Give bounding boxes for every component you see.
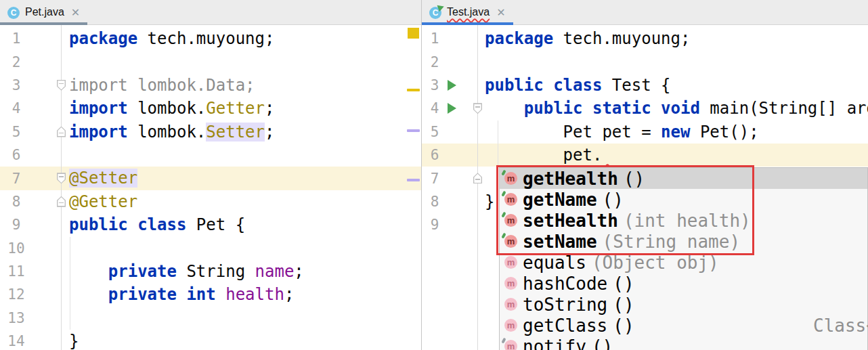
return-type: Class< <box>813 315 868 336</box>
code-line[interactable]: 5 Pet pet = new Pet(); <box>422 121 868 144</box>
line-number: 8 <box>0 194 32 210</box>
code-token: tech.muyoung; <box>553 29 690 48</box>
code-line[interactable]: 6 <box>0 144 421 167</box>
code-text: private String name; <box>69 260 304 283</box>
gutter-separator <box>61 25 62 350</box>
code-token: lombok. <box>128 123 207 141</box>
code-token: import <box>69 99 128 118</box>
code-editor-pet[interactable]: 1package tech.muyoung;23import lombok.Da… <box>0 25 421 350</box>
analysis-marker[interactable] <box>407 179 420 181</box>
fold-icon[interactable] <box>473 103 482 114</box>
code-token: package <box>485 29 553 48</box>
active-tab-underline <box>422 22 513 25</box>
code-token: tech.muyoung; <box>137 29 274 48</box>
tabbar-left: C Pet.java ✕ <box>0 0 421 25</box>
code-token: Pet(); <box>690 123 758 141</box>
code-line[interactable]: 9public class Pet { <box>0 213 421 236</box>
code-token: name <box>255 262 295 281</box>
close-icon[interactable]: ✕ <box>71 6 80 19</box>
code-token: @Setter <box>69 169 137 188</box>
fold-icon[interactable] <box>57 127 66 137</box>
code-line[interactable]: 13 <box>0 307 421 330</box>
fold-icon[interactable] <box>57 80 66 91</box>
code-token <box>69 285 108 304</box>
code-token: health <box>225 285 284 304</box>
run-icon[interactable] <box>448 103 456 114</box>
completion-item[interactable]: mgetClass()Class< <box>500 315 867 336</box>
method-params: () <box>592 336 613 350</box>
method-params: () <box>613 274 634 294</box>
method-params: () <box>613 294 634 315</box>
method-icon: m <box>504 256 517 269</box>
code-text: pet._ <box>485 144 612 167</box>
code-token: import <box>69 123 128 141</box>
analysis-marker[interactable] <box>407 129 420 132</box>
tab-test-java[interactable]: C Test.java ✕ <box>422 0 513 25</box>
completion-item[interactable]: mnotify() <box>500 336 867 350</box>
inspection-warning-square[interactable] <box>408 28 419 39</box>
code-token: Pet pet = <box>485 123 661 141</box>
fold-icon[interactable] <box>473 173 482 183</box>
code-line[interactable]: 12 private int health; <box>0 283 421 306</box>
code-token: ; <box>265 123 274 141</box>
line-number: 4 <box>0 100 32 116</box>
method-name: equals <box>523 253 586 273</box>
code-token: package <box>69 29 137 48</box>
close-icon[interactable]: ✕ <box>496 6 505 19</box>
method-params: (Object obj) <box>592 253 719 273</box>
code-line[interactable]: 4import lombok.Getter; <box>0 97 421 120</box>
code-text: } <box>485 190 494 213</box>
tab-label: Test.java <box>447 6 490 20</box>
code-line[interactable]: 7@Setter <box>0 167 421 190</box>
code-line[interactable]: 3public class Test { <box>422 74 868 97</box>
code-line[interactable]: 1package tech.muyoung; <box>0 27 421 50</box>
code-text: import lombok.Getter; <box>69 97 274 120</box>
code-token: public class <box>69 215 186 234</box>
code-line[interactable]: 4 public static void main(String[] args)… <box>422 97 868 120</box>
line-number: 10 <box>0 240 32 257</box>
method-name: toString <box>523 294 607 315</box>
code-line[interactable]: 10 <box>0 237 421 260</box>
code-token: public static void <box>524 99 700 118</box>
code-line[interactable]: 3import lombok.Data; <box>0 74 421 97</box>
line-number: 3 <box>0 77 32 93</box>
gutter-separator <box>477 25 478 350</box>
fold-icon[interactable] <box>57 196 66 207</box>
completion-item[interactable]: mhashCode() <box>500 273 867 294</box>
code-token: Setter <box>206 123 265 141</box>
fold-icon[interactable] <box>57 173 66 183</box>
line-number: 12 <box>0 286 32 303</box>
run-icon[interactable] <box>448 80 456 91</box>
code-line[interactable]: 14} <box>0 330 421 350</box>
code-token: String <box>177 262 255 281</box>
code-token: ; <box>265 99 274 118</box>
code-token: private <box>108 262 177 281</box>
java-class-icon: C <box>7 7 20 19</box>
code-text: import lombok.Setter; <box>69 121 274 144</box>
final-mark-icon <box>501 338 506 344</box>
method-params: () <box>613 315 634 336</box>
completion-item[interactable]: mtoString() <box>500 294 867 315</box>
code-line[interactable]: 2 <box>422 50 868 73</box>
line-number: 6 <box>0 147 32 163</box>
method-icon: m <box>504 319 517 332</box>
code-line[interactable]: 2 <box>0 50 421 73</box>
tab-pet-java[interactable]: C Pet.java ✕ <box>0 0 87 25</box>
code-line[interactable]: 1package tech.muyoung; <box>422 27 868 50</box>
code-line[interactable]: 11 private String name; <box>0 260 421 283</box>
method-name: hashCode <box>523 274 607 294</box>
code-line[interactable]: 6 pet._ <box>422 144 868 167</box>
code-token: public class <box>485 76 602 95</box>
analysis-marker[interactable] <box>407 89 420 91</box>
line-number: 4 <box>422 100 448 116</box>
line-number: 7 <box>0 171 32 187</box>
code-token: new <box>661 123 690 141</box>
code-line[interactable]: 5import lombok.Setter; <box>0 121 421 144</box>
code-text: public static void main(String[] args) { <box>485 97 868 120</box>
code-text: @Setter <box>69 167 137 190</box>
line-number: 5 <box>422 124 448 140</box>
ide-window: C Pet.java ✕ 1package tech.muyoung;23imp… <box>0 0 868 350</box>
code-text: } <box>69 330 79 350</box>
code-line[interactable]: 8@Getter <box>0 190 421 213</box>
run-overlay-icon <box>437 3 446 11</box>
